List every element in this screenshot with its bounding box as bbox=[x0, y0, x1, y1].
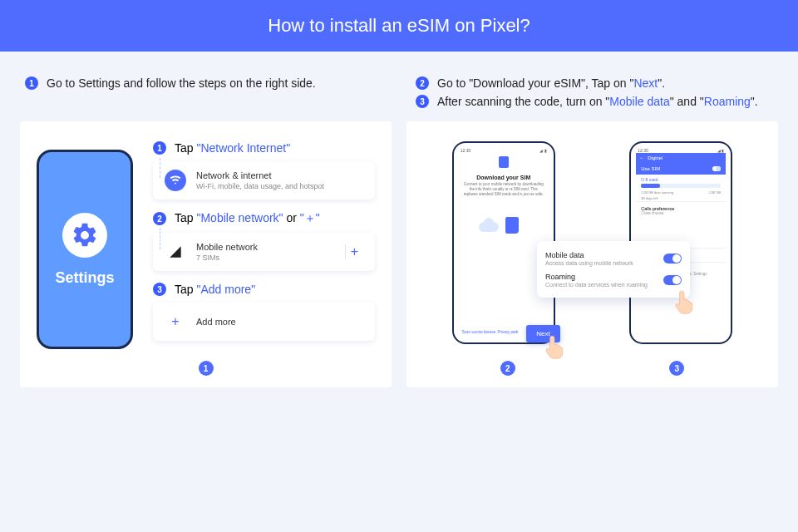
step-3-highlight: "Add more" bbox=[196, 283, 255, 296]
gear-icon bbox=[62, 213, 107, 258]
roaming-sub: Connect to data services when roaming bbox=[545, 282, 648, 288]
instructions-row: 1 Go to Settings and follow the steps on… bbox=[0, 52, 798, 121]
panel-left: Settings 1 Tap "Network Internet" Networ… bbox=[20, 121, 392, 387]
mobile-data-title: Mobile data bbox=[545, 251, 633, 259]
instruction-1: 1 Go to Settings and follow the steps on… bbox=[25, 76, 382, 90]
instruction-2: 2 Go to "Download your eSIM", Tap on "Ne… bbox=[416, 76, 773, 90]
plus-icon[interactable]: + bbox=[345, 244, 363, 259]
wifi-icon bbox=[165, 170, 186, 191]
data-usage-bar bbox=[641, 184, 721, 188]
plus-icon: + bbox=[165, 311, 186, 332]
instructions-left: 1 Go to Settings and follow the steps on… bbox=[25, 71, 382, 113]
mobile-data-link: Mobile data bbox=[609, 95, 669, 108]
step-2-highlight: "Mobile network" bbox=[196, 211, 283, 224]
settings-phone: Settings bbox=[37, 150, 133, 349]
card2-title: Mobile network bbox=[196, 242, 330, 252]
panel-left-footer: 1 bbox=[37, 361, 375, 376]
settings-label: Settings bbox=[55, 269, 114, 287]
instruction-1-text: Go to Settings and follow the steps on t… bbox=[47, 76, 316, 90]
sim-icon bbox=[499, 156, 509, 168]
use-sim-toggle-icon bbox=[712, 166, 721, 171]
mobile-data-sub: Access data using mobile network bbox=[545, 260, 633, 266]
data-warn-row: 2.00 GB data warning2.00 GB bbox=[636, 190, 726, 195]
roaming-link: Roaming bbox=[704, 95, 751, 108]
page-title: How to install an eSIM on Pixel? bbox=[268, 15, 530, 36]
page-header: How to install an eSIM on Pixel? bbox=[0, 0, 798, 52]
footer-step-3: 3 bbox=[669, 361, 684, 376]
instruction-2-text: Go to "Download your eSIM", Tap on "Next… bbox=[437, 76, 665, 90]
roaming-row[interactable]: RoamingConnect to data services when roa… bbox=[545, 269, 682, 291]
step-2: 2 Tap "Mobile network" or "＋" Mobile net… bbox=[153, 211, 375, 271]
step-3-badge: 3 bbox=[153, 283, 166, 296]
mobile-data-row[interactable]: Mobile dataAccess data using mobile netw… bbox=[545, 248, 682, 269]
carrier-header: ←Digicel bbox=[636, 153, 726, 163]
signal-icon bbox=[165, 241, 186, 263]
use-sim-row[interactable]: Use SIM bbox=[636, 163, 726, 175]
step-1-highlight: "Network Internet" bbox=[196, 141, 290, 155]
roaming-toggle[interactable] bbox=[663, 275, 682, 285]
instruction-3-text: After scanning the code, turn on "Mobile… bbox=[437, 95, 758, 108]
panel-right-footer: 2 3 bbox=[423, 361, 761, 376]
card3-title: Add more bbox=[196, 317, 363, 327]
step-1-badge: 1 bbox=[153, 141, 166, 155]
step-badge-2: 2 bbox=[416, 76, 429, 90]
sim-card-icon bbox=[505, 217, 519, 234]
hand-pointer-icon bbox=[673, 289, 695, 314]
step-1: 1 Tap "Network Internet" Network & inter… bbox=[153, 141, 375, 200]
mobile-data-popup: Mobile dataAccess data using mobile netw… bbox=[537, 241, 690, 298]
step-2-highlight-plus: "＋" bbox=[300, 211, 320, 224]
footer-step-1: 1 bbox=[199, 361, 214, 376]
download-sim-title: Download your SIM bbox=[476, 175, 530, 180]
days-left-row: 30 days left bbox=[636, 195, 726, 201]
download-sim-desc: Connect to your mobile network by downlo… bbox=[462, 182, 545, 197]
panel-right: 12:30◢ ▮ Download your SIM Connect to yo… bbox=[406, 121, 778, 387]
calls-pref-row[interactable]: Calls preferenceClose choose bbox=[636, 201, 726, 219]
dotline-1 bbox=[160, 158, 160, 178]
step-3: 3 Tap "Add more" + Add more bbox=[153, 283, 375, 341]
roaming-title: Roaming bbox=[545, 273, 648, 281]
mobile-network-card[interactable]: Mobile network 7 SIMs + bbox=[153, 233, 375, 271]
network-internet-card[interactable]: Network & internet Wi-Fi, mobile, data u… bbox=[153, 161, 375, 200]
step-badge-1: 1 bbox=[25, 76, 38, 90]
steps-column: 1 Tap "Network Internet" Network & inter… bbox=[153, 141, 375, 352]
step-2-badge: 2 bbox=[153, 212, 166, 225]
hand-pointer-icon bbox=[544, 334, 565, 359]
card1-sub: Wi-Fi, mobile, data usage, and hotspot bbox=[196, 182, 363, 190]
cloud-icon bbox=[479, 222, 499, 232]
card1-title: Network & internet bbox=[196, 170, 363, 180]
add-more-card[interactable]: + Add more bbox=[153, 303, 375, 341]
next-link: Next bbox=[633, 76, 658, 90]
panels-row: Settings 1 Tap "Network Internet" Networ… bbox=[0, 121, 798, 387]
privacy-links[interactable]: Scan source license. Privacy path bbox=[462, 330, 519, 334]
dotline-2 bbox=[160, 228, 160, 249]
instruction-3: 3 After scanning the code, turn on "Mobi… bbox=[416, 95, 773, 108]
instructions-right: 2 Go to "Download your eSIM", Tap on "Ne… bbox=[416, 71, 773, 113]
mobile-data-toggle[interactable] bbox=[663, 254, 682, 264]
cloud-sim-illustration bbox=[479, 214, 529, 244]
footer-step-2: 2 bbox=[500, 361, 515, 376]
step-badge-3: 3 bbox=[416, 95, 429, 108]
data-used-row: O 8 used bbox=[636, 175, 726, 182]
card2-sub: 7 SIMs bbox=[196, 254, 330, 262]
